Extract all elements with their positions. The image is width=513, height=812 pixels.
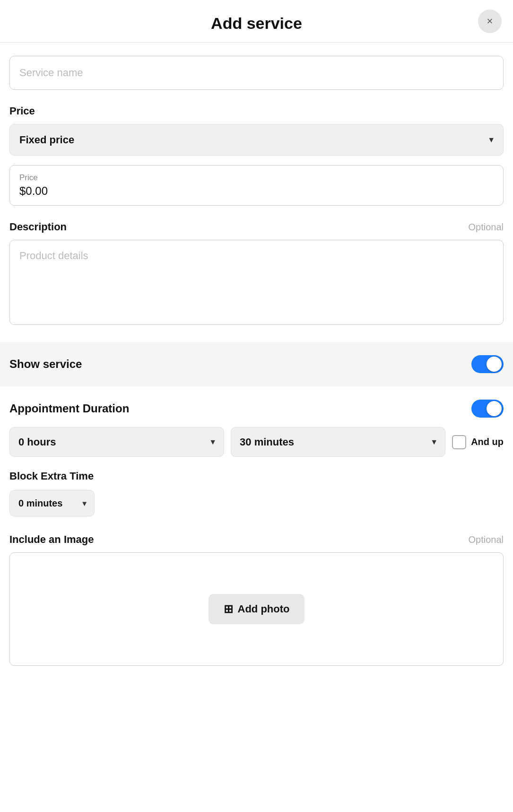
close-button[interactable]: × bbox=[478, 9, 502, 33]
description-textarea[interactable] bbox=[9, 240, 504, 325]
image-section: Include an Image Optional ⊞ Add photo bbox=[9, 533, 504, 666]
and-up-wrapper: And up bbox=[452, 435, 504, 449]
price-type-dropdown-wrapper: Fixed price Variable price No price ▼ bbox=[9, 124, 504, 156]
add-photo-label: Add photo bbox=[238, 603, 290, 615]
block-extra-time-label: Block Extra Time bbox=[9, 470, 504, 482]
show-service-label: Show service bbox=[9, 358, 82, 371]
description-label: Description Optional bbox=[9, 221, 504, 233]
image-optional: Optional bbox=[469, 534, 504, 545]
add-photo-icon: ⊞ bbox=[224, 602, 233, 616]
appointment-header: Appointment Duration bbox=[9, 400, 504, 418]
hours-select[interactable]: 0 hours 1 hours 2 hours 3 hours 4 hours bbox=[9, 427, 224, 457]
show-service-toggle[interactable] bbox=[471, 355, 504, 373]
duration-row: 0 hours 1 hours 2 hours 3 hours 4 hours … bbox=[9, 427, 504, 457]
description-section: Description Optional bbox=[9, 221, 504, 327]
page-container: Add service × Price Fixed price Variable… bbox=[0, 0, 513, 812]
close-icon: × bbox=[487, 15, 493, 27]
appointment-section: Appointment Duration 0 hours 1 hours 2 h… bbox=[9, 386, 504, 516]
block-time-dropdown-wrapper: 0 minutes 5 minutes 10 minutes 15 minute… bbox=[9, 490, 95, 516]
main-content: Price Fixed price Variable price No pric… bbox=[0, 43, 513, 679]
and-up-label: And up bbox=[471, 437, 504, 447]
price-section: Price Fixed price Variable price No pric… bbox=[9, 105, 504, 206]
toggle-knob bbox=[487, 357, 502, 372]
price-type-select[interactable]: Fixed price Variable price No price bbox=[9, 124, 504, 156]
description-optional: Optional bbox=[469, 222, 504, 233]
block-extra-time-section: Block Extra Time 0 minutes 5 minutes 10 … bbox=[9, 470, 504, 516]
and-up-checkbox[interactable] bbox=[452, 435, 466, 449]
service-name-input[interactable] bbox=[9, 56, 504, 90]
add-photo-button[interactable]: ⊞ Add photo bbox=[209, 594, 305, 624]
price-field[interactable]: Price $0.00 bbox=[9, 165, 504, 206]
price-field-label: Price bbox=[19, 173, 494, 183]
appointment-title: Appointment Duration bbox=[9, 402, 129, 415]
image-box: ⊞ Add photo bbox=[9, 552, 504, 666]
block-time-select[interactable]: 0 minutes 5 minutes 10 minutes 15 minute… bbox=[9, 490, 95, 516]
show-service-row: Show service bbox=[0, 342, 513, 386]
price-field-value: $0.00 bbox=[19, 184, 494, 198]
appointment-toggle-knob bbox=[487, 401, 502, 416]
image-section-label: Include an Image Optional bbox=[9, 533, 504, 546]
minutes-select[interactable]: 0 minutes 15 minutes 30 minutes 45 minut… bbox=[231, 427, 445, 457]
page-title: Add service bbox=[211, 14, 302, 33]
appointment-toggle[interactable] bbox=[471, 400, 504, 418]
header: Add service × bbox=[0, 0, 513, 43]
minutes-dropdown-wrapper: 0 minutes 15 minutes 30 minutes 45 minut… bbox=[231, 427, 445, 457]
hours-dropdown-wrapper: 0 hours 1 hours 2 hours 3 hours 4 hours … bbox=[9, 427, 224, 457]
price-label: Price bbox=[9, 105, 504, 117]
